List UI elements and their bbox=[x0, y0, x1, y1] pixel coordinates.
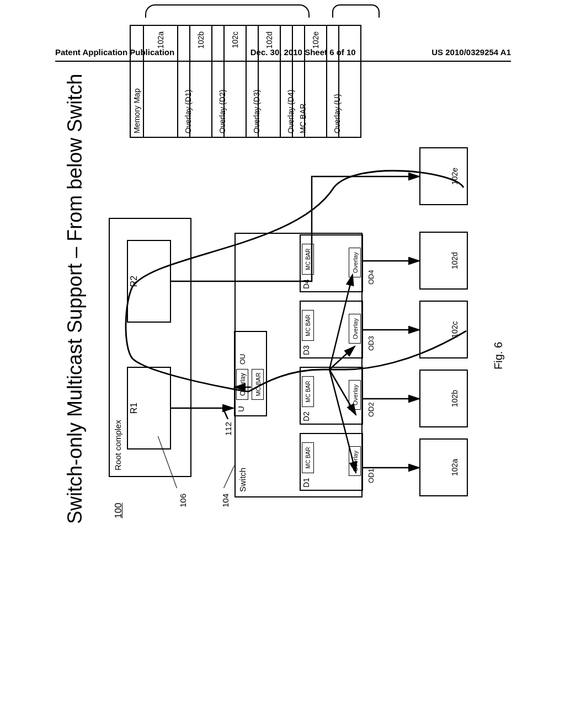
memmap-row-tail bbox=[339, 25, 361, 138]
figure-number: Fig. 6 bbox=[492, 342, 505, 370]
od4-label: OD4 bbox=[367, 270, 375, 285]
r1-label: R1 bbox=[129, 403, 138, 414]
mm-r6-ref: 102d bbox=[259, 31, 279, 49]
brace-r1 bbox=[145, 4, 310, 18]
root-complex-label: Root complex bbox=[113, 420, 122, 470]
ref-112: 112 bbox=[223, 422, 233, 436]
memmap-row-102b: 102b bbox=[190, 25, 212, 138]
d3-mcbar: MC BAR bbox=[302, 310, 314, 341]
switch-port-d3: D3 MC BAR Overlay bbox=[300, 301, 363, 358]
memmap-row-od3: Overlay (D3) bbox=[247, 25, 259, 138]
d4-label: D4 bbox=[302, 279, 311, 289]
d3-label: D3 bbox=[302, 345, 311, 355]
memmap-row-102e: 102e bbox=[305, 25, 327, 138]
d2-mcbar: MC BAR bbox=[302, 376, 314, 407]
switch-port-d2: D2 MC BAR Overlay bbox=[300, 367, 363, 425]
port-r1: R1 bbox=[127, 367, 171, 449]
d4-overlay: Overlay bbox=[349, 248, 361, 277]
memmap-row-102c: 102c bbox=[225, 25, 247, 138]
endpoint-102d: 102d bbox=[419, 232, 468, 290]
r2-label: R2 bbox=[129, 276, 138, 287]
memmap-header: Memory Map bbox=[130, 25, 144, 138]
ep3-label: 102c bbox=[450, 321, 459, 338]
od1-label: OD1 bbox=[367, 468, 375, 483]
switch-label: Switch bbox=[238, 468, 247, 492]
brace-r2 bbox=[332, 4, 380, 18]
od2-label: OD2 bbox=[367, 402, 375, 417]
svg-line-1 bbox=[223, 409, 228, 419]
memmap-row-od2: Overlay (D2) bbox=[212, 25, 225, 138]
figure-rotated-wrapper: Switch-only Multicast Support – From bel… bbox=[58, 88, 565, 535]
figure-title: Switch-only Multicast Support – From bel… bbox=[63, 74, 87, 524]
u-label: U bbox=[236, 406, 246, 412]
mm-r4-ref: 102c bbox=[225, 31, 245, 48]
endpoint-102b: 102b bbox=[419, 370, 468, 427]
memmap-row-od1: Overlay (D1) bbox=[178, 25, 190, 138]
endpoint-102a: 102a bbox=[419, 438, 468, 496]
switch-port-d1: D1 MC BAR Overlay bbox=[300, 433, 363, 491]
endpoint-102e: 102e bbox=[419, 147, 468, 205]
d1-label: D1 bbox=[302, 478, 311, 488]
memmap-row-102d: 102d bbox=[259, 25, 281, 138]
mm-r9-ref: 102e bbox=[306, 31, 326, 49]
d4-mcbar: MC BAR bbox=[302, 244, 314, 275]
leader-104 bbox=[223, 465, 234, 488]
figure-canvas: Switch-only Multicast Support – From bel… bbox=[58, 0, 505, 535]
switch-box: Switch U Overlay OU MC BAR D1 MC BAR Ove… bbox=[234, 233, 363, 497]
ou-label: OU bbox=[238, 354, 247, 365]
memmap-row-102a: 102a bbox=[144, 25, 178, 138]
d3-overlay: Overlay bbox=[349, 314, 361, 344]
d1-mcbar: MC BAR bbox=[302, 442, 314, 473]
ref-106: 106 bbox=[178, 494, 188, 507]
d2-label: D2 bbox=[302, 411, 311, 421]
ep1-label: 102a bbox=[450, 459, 459, 476]
port-r2: R2 bbox=[127, 240, 171, 323]
switch-upstream-port: U Overlay OU MC BAR bbox=[234, 331, 267, 416]
switch-port-d4: D4 MC BAR Overlay bbox=[300, 234, 363, 292]
mcbar-u: MC BAR bbox=[252, 369, 264, 400]
memmap-row-mcbar: MC BAR bbox=[293, 25, 305, 138]
ref-100: 100 bbox=[113, 503, 124, 518]
memmap-row-od4: Overlay (D4) bbox=[281, 25, 293, 138]
endpoint-102c: 102c bbox=[419, 301, 468, 358]
memory-map: Memory Map 102a Overlay (D1) 102b Overla… bbox=[130, 25, 361, 138]
ep2-label: 102b bbox=[450, 390, 459, 407]
ep4-label: 102d bbox=[450, 252, 459, 269]
ep5-label: 102e bbox=[450, 168, 459, 185]
ref-104: 104 bbox=[221, 494, 230, 507]
memmap-row-ou: Overlay (U) bbox=[327, 25, 339, 138]
d2-overlay: Overlay bbox=[349, 380, 361, 410]
overlay-u: Overlay bbox=[236, 369, 248, 400]
mm-r0-ref: 102a bbox=[145, 31, 177, 49]
od3-label: OD3 bbox=[367, 336, 375, 351]
d1-overlay: Overlay bbox=[349, 446, 361, 476]
mm-r2-ref: 102b bbox=[191, 31, 211, 49]
